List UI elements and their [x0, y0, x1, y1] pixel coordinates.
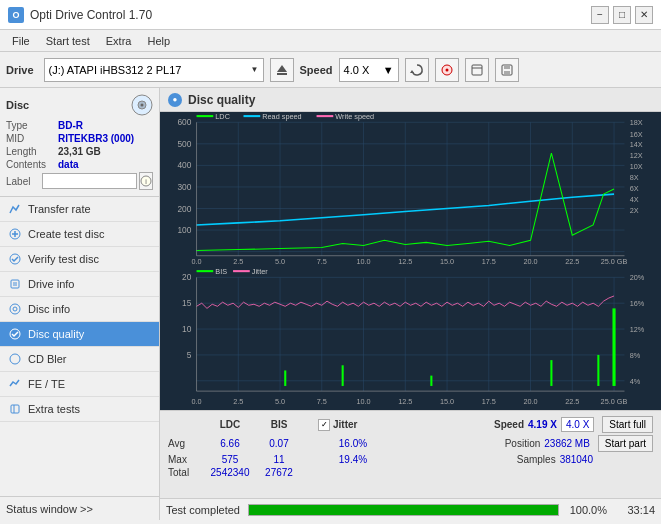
minimize-button[interactable]: − [591, 6, 609, 24]
svg-rect-26 [11, 405, 19, 413]
jitter-max: 19.4% [318, 454, 388, 465]
drive-info-icon [8, 277, 22, 291]
svg-text:12%: 12% [630, 325, 645, 334]
status-window-label: Status window >> [6, 503, 93, 515]
svg-text:5: 5 [187, 350, 192, 360]
nav-verify-test-disc[interactable]: Verify test disc [0, 247, 159, 272]
nav-cd-bler-label: CD Bler [28, 353, 67, 365]
disc-image [131, 94, 153, 116]
menu-file[interactable]: File [4, 33, 38, 49]
svg-text:4%: 4% [630, 377, 641, 386]
svg-text:25.0 GB: 25.0 GB [601, 257, 628, 266]
menu-help[interactable]: Help [139, 33, 178, 49]
type-value: BD-R [58, 120, 83, 131]
disc-quality-header-icon: ● [168, 93, 182, 107]
position-val: 23862 MB [544, 438, 590, 449]
svg-text:17.5: 17.5 [482, 257, 496, 266]
title-bar: O Opti Drive Control 1.70 − □ ✕ [0, 0, 661, 30]
nav-extra-tests-label: Extra tests [28, 403, 80, 415]
save-icon [500, 63, 514, 77]
bottom-chart-svg: 20 15 10 5 20% 16% 12% 8% 4% [160, 267, 661, 410]
close-button[interactable]: ✕ [635, 6, 653, 24]
nav-transfer-rate[interactable]: Transfer rate [0, 197, 159, 222]
svg-rect-28 [160, 112, 661, 266]
mid-value: RITEKBR3 (000) [58, 133, 134, 144]
ldc-header: LDC [204, 419, 256, 430]
drive-value: (J:) ATAPI iHBS312 2 PL17 [49, 64, 182, 76]
bis-max: 11 [256, 454, 302, 465]
svg-rect-9 [504, 71, 510, 74]
svg-point-25 [10, 354, 20, 364]
jitter-checkbox[interactable]: ✓ [318, 419, 330, 431]
svg-text:2.5: 2.5 [233, 257, 243, 266]
nav-extra-tests[interactable]: Extra tests [0, 397, 159, 422]
total-label: Total [168, 467, 204, 478]
progress-bar-fill [249, 505, 558, 515]
svg-point-23 [13, 307, 17, 311]
label-button[interactable]: i [139, 172, 153, 190]
drive-dropdown[interactable]: (J:) ATAPI iHBS312 2 PL17 ▼ [44, 58, 264, 82]
content-area: ● Disc quality [160, 88, 661, 520]
svg-text:7.5: 7.5 [317, 257, 327, 266]
speed-dropdown[interactable]: 4.0 X ▼ [339, 58, 399, 82]
progress-bar-container [248, 504, 559, 516]
nav-cd-bler[interactable]: CD Bler [0, 347, 159, 372]
svg-rect-63 [244, 115, 261, 117]
svg-text:5.0: 5.0 [275, 397, 285, 406]
nav-disc-quality[interactable]: Disc quality [0, 322, 159, 347]
svg-text:25.0 GB: 25.0 GB [601, 397, 628, 406]
svg-rect-80 [160, 267, 661, 410]
samples-val: 381040 [560, 454, 593, 465]
svg-rect-19 [11, 280, 19, 288]
nav-disc-info[interactable]: Disc info [0, 297, 159, 322]
disc-icon [440, 63, 454, 77]
start-full-button[interactable]: Start full [602, 416, 653, 433]
svg-text:18X: 18X [630, 118, 643, 127]
svg-text:6X: 6X [630, 184, 639, 193]
svg-text:Read speed: Read speed [262, 112, 301, 121]
bis-header: BIS [256, 419, 302, 430]
settings-icon [470, 63, 484, 77]
nav-create-test-disc[interactable]: Create test disc [0, 222, 159, 247]
label-label: Label [6, 176, 42, 187]
disc-button[interactable] [435, 58, 459, 82]
svg-text:12X: 12X [630, 151, 643, 160]
create-test-disc-icon [8, 227, 22, 241]
menu-extra[interactable]: Extra [98, 33, 140, 49]
maximize-button[interactable]: □ [613, 6, 631, 24]
svg-text:8%: 8% [630, 351, 641, 360]
title-bar-left: O Opti Drive Control 1.70 [8, 7, 152, 23]
nav-fe-te[interactable]: FE / TE [0, 372, 159, 397]
svg-text:10.0: 10.0 [356, 397, 370, 406]
start-part-button[interactable]: Start part [598, 435, 653, 452]
refresh-button[interactable] [405, 58, 429, 82]
save-button[interactable] [495, 58, 519, 82]
status-window-nav[interactable]: Status window >> [0, 496, 159, 520]
svg-text:16X: 16X [630, 130, 643, 139]
eject-button[interactable] [270, 58, 294, 82]
nav-verify-test-disc-label: Verify test disc [28, 253, 99, 265]
svg-text:200: 200 [177, 205, 191, 214]
svg-text:15.0: 15.0 [440, 397, 454, 406]
svg-point-4 [445, 68, 448, 71]
nav-drive-info[interactable]: Drive info [0, 272, 159, 297]
mid-label: MID [6, 133, 58, 144]
extra-tests-icon [8, 402, 22, 416]
svg-text:Jitter: Jitter [252, 267, 268, 276]
svg-text:BIS: BIS [215, 267, 227, 276]
svg-text:22.5: 22.5 [565, 397, 579, 406]
disc-quality-header: ● Disc quality [160, 88, 661, 112]
jitter-header: Jitter [333, 419, 357, 430]
type-label: Type [6, 120, 58, 131]
label-input[interactable] [42, 173, 137, 189]
svg-marker-0 [277, 65, 287, 72]
menu-start-test[interactable]: Start test [38, 33, 98, 49]
ldc-max: 575 [204, 454, 256, 465]
svg-text:2.5: 2.5 [233, 397, 243, 406]
svg-text:0.0: 0.0 [191, 257, 201, 266]
svg-text:15: 15 [182, 298, 192, 308]
label-icon: i [140, 175, 152, 187]
svg-rect-111 [197, 270, 214, 272]
settings-button[interactable] [465, 58, 489, 82]
status-percent: 100.0% [567, 504, 607, 516]
